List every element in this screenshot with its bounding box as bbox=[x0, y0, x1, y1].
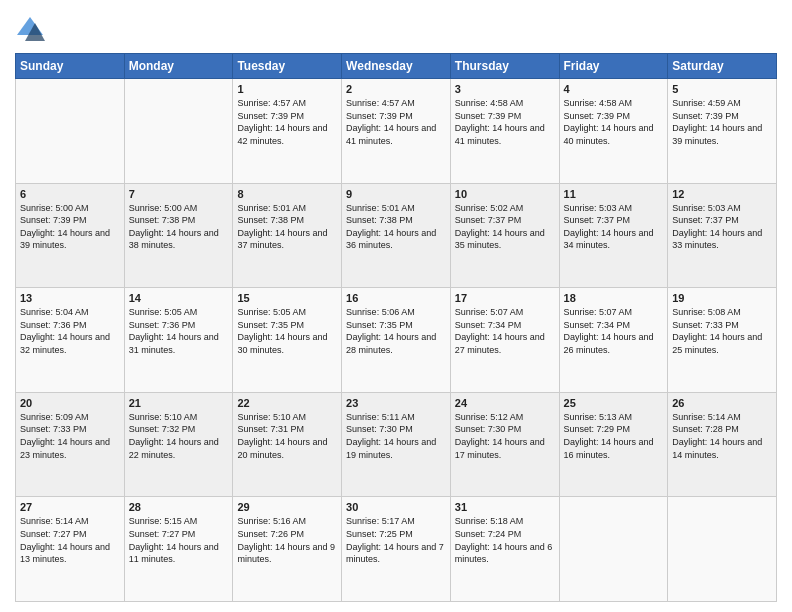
day-detail: Sunrise: 5:14 AM Sunset: 7:27 PM Dayligh… bbox=[20, 515, 120, 565]
calendar-week-5: 27Sunrise: 5:14 AM Sunset: 7:27 PM Dayli… bbox=[16, 497, 777, 602]
calendar-cell: 5Sunrise: 4:59 AM Sunset: 7:39 PM Daylig… bbox=[668, 79, 777, 184]
calendar-header-row: SundayMondayTuesdayWednesdayThursdayFrid… bbox=[16, 54, 777, 79]
day-detail: Sunrise: 5:03 AM Sunset: 7:37 PM Dayligh… bbox=[564, 202, 664, 252]
day-detail: Sunrise: 5:06 AM Sunset: 7:35 PM Dayligh… bbox=[346, 306, 446, 356]
calendar-table: SundayMondayTuesdayWednesdayThursdayFrid… bbox=[15, 53, 777, 602]
day-number: 22 bbox=[237, 397, 337, 409]
day-number: 26 bbox=[672, 397, 772, 409]
calendar-cell: 20Sunrise: 5:09 AM Sunset: 7:33 PM Dayli… bbox=[16, 392, 125, 497]
calendar-cell: 4Sunrise: 4:58 AM Sunset: 7:39 PM Daylig… bbox=[559, 79, 668, 184]
calendar-cell: 3Sunrise: 4:58 AM Sunset: 7:39 PM Daylig… bbox=[450, 79, 559, 184]
calendar-cell bbox=[16, 79, 125, 184]
day-detail: Sunrise: 5:04 AM Sunset: 7:36 PM Dayligh… bbox=[20, 306, 120, 356]
calendar-cell: 8Sunrise: 5:01 AM Sunset: 7:38 PM Daylig… bbox=[233, 183, 342, 288]
weekday-header-monday: Monday bbox=[124, 54, 233, 79]
calendar-week-4: 20Sunrise: 5:09 AM Sunset: 7:33 PM Dayli… bbox=[16, 392, 777, 497]
calendar-cell: 12Sunrise: 5:03 AM Sunset: 7:37 PM Dayli… bbox=[668, 183, 777, 288]
calendar-cell bbox=[668, 497, 777, 602]
day-number: 4 bbox=[564, 83, 664, 95]
calendar-cell: 7Sunrise: 5:00 AM Sunset: 7:38 PM Daylig… bbox=[124, 183, 233, 288]
day-detail: Sunrise: 5:09 AM Sunset: 7:33 PM Dayligh… bbox=[20, 411, 120, 461]
day-number: 17 bbox=[455, 292, 555, 304]
day-detail: Sunrise: 5:01 AM Sunset: 7:38 PM Dayligh… bbox=[346, 202, 446, 252]
logo-icon bbox=[15, 15, 45, 43]
day-number: 29 bbox=[237, 501, 337, 513]
day-number: 20 bbox=[20, 397, 120, 409]
day-detail: Sunrise: 5:01 AM Sunset: 7:38 PM Dayligh… bbox=[237, 202, 337, 252]
day-detail: Sunrise: 5:00 AM Sunset: 7:39 PM Dayligh… bbox=[20, 202, 120, 252]
calendar-cell: 9Sunrise: 5:01 AM Sunset: 7:38 PM Daylig… bbox=[342, 183, 451, 288]
day-detail: Sunrise: 5:07 AM Sunset: 7:34 PM Dayligh… bbox=[564, 306, 664, 356]
day-number: 31 bbox=[455, 501, 555, 513]
calendar-cell: 28Sunrise: 5:15 AM Sunset: 7:27 PM Dayli… bbox=[124, 497, 233, 602]
header bbox=[15, 15, 777, 43]
calendar-cell bbox=[124, 79, 233, 184]
day-number: 30 bbox=[346, 501, 446, 513]
day-detail: Sunrise: 4:58 AM Sunset: 7:39 PM Dayligh… bbox=[455, 97, 555, 147]
day-number: 2 bbox=[346, 83, 446, 95]
calendar-cell: 16Sunrise: 5:06 AM Sunset: 7:35 PM Dayli… bbox=[342, 288, 451, 393]
day-number: 3 bbox=[455, 83, 555, 95]
calendar-cell: 10Sunrise: 5:02 AM Sunset: 7:37 PM Dayli… bbox=[450, 183, 559, 288]
calendar-cell: 14Sunrise: 5:05 AM Sunset: 7:36 PM Dayli… bbox=[124, 288, 233, 393]
day-detail: Sunrise: 5:00 AM Sunset: 7:38 PM Dayligh… bbox=[129, 202, 229, 252]
day-number: 15 bbox=[237, 292, 337, 304]
calendar-cell: 6Sunrise: 5:00 AM Sunset: 7:39 PM Daylig… bbox=[16, 183, 125, 288]
calendar-cell: 13Sunrise: 5:04 AM Sunset: 7:36 PM Dayli… bbox=[16, 288, 125, 393]
weekday-header-thursday: Thursday bbox=[450, 54, 559, 79]
day-number: 13 bbox=[20, 292, 120, 304]
calendar-cell: 18Sunrise: 5:07 AM Sunset: 7:34 PM Dayli… bbox=[559, 288, 668, 393]
calendar-cell: 27Sunrise: 5:14 AM Sunset: 7:27 PM Dayli… bbox=[16, 497, 125, 602]
day-detail: Sunrise: 5:08 AM Sunset: 7:33 PM Dayligh… bbox=[672, 306, 772, 356]
day-number: 23 bbox=[346, 397, 446, 409]
calendar-cell: 22Sunrise: 5:10 AM Sunset: 7:31 PM Dayli… bbox=[233, 392, 342, 497]
calendar-cell: 23Sunrise: 5:11 AM Sunset: 7:30 PM Dayli… bbox=[342, 392, 451, 497]
weekday-header-wednesday: Wednesday bbox=[342, 54, 451, 79]
calendar-cell bbox=[559, 497, 668, 602]
calendar-cell: 25Sunrise: 5:13 AM Sunset: 7:29 PM Dayli… bbox=[559, 392, 668, 497]
calendar-cell: 31Sunrise: 5:18 AM Sunset: 7:24 PM Dayli… bbox=[450, 497, 559, 602]
day-detail: Sunrise: 5:17 AM Sunset: 7:25 PM Dayligh… bbox=[346, 515, 446, 565]
calendar-cell: 1Sunrise: 4:57 AM Sunset: 7:39 PM Daylig… bbox=[233, 79, 342, 184]
day-detail: Sunrise: 5:15 AM Sunset: 7:27 PM Dayligh… bbox=[129, 515, 229, 565]
day-number: 18 bbox=[564, 292, 664, 304]
day-number: 12 bbox=[672, 188, 772, 200]
day-number: 28 bbox=[129, 501, 229, 513]
day-detail: Sunrise: 5:16 AM Sunset: 7:26 PM Dayligh… bbox=[237, 515, 337, 565]
weekday-header-saturday: Saturday bbox=[668, 54, 777, 79]
day-detail: Sunrise: 5:18 AM Sunset: 7:24 PM Dayligh… bbox=[455, 515, 555, 565]
day-number: 16 bbox=[346, 292, 446, 304]
day-detail: Sunrise: 5:05 AM Sunset: 7:36 PM Dayligh… bbox=[129, 306, 229, 356]
day-detail: Sunrise: 5:10 AM Sunset: 7:32 PM Dayligh… bbox=[129, 411, 229, 461]
calendar-cell: 30Sunrise: 5:17 AM Sunset: 7:25 PM Dayli… bbox=[342, 497, 451, 602]
calendar-cell: 11Sunrise: 5:03 AM Sunset: 7:37 PM Dayli… bbox=[559, 183, 668, 288]
day-detail: Sunrise: 4:57 AM Sunset: 7:39 PM Dayligh… bbox=[346, 97, 446, 147]
calendar-cell: 21Sunrise: 5:10 AM Sunset: 7:32 PM Dayli… bbox=[124, 392, 233, 497]
day-number: 27 bbox=[20, 501, 120, 513]
calendar-cell: 26Sunrise: 5:14 AM Sunset: 7:28 PM Dayli… bbox=[668, 392, 777, 497]
calendar-week-2: 6Sunrise: 5:00 AM Sunset: 7:39 PM Daylig… bbox=[16, 183, 777, 288]
day-detail: Sunrise: 5:07 AM Sunset: 7:34 PM Dayligh… bbox=[455, 306, 555, 356]
day-detail: Sunrise: 5:10 AM Sunset: 7:31 PM Dayligh… bbox=[237, 411, 337, 461]
weekday-header-sunday: Sunday bbox=[16, 54, 125, 79]
weekday-header-friday: Friday bbox=[559, 54, 668, 79]
day-number: 19 bbox=[672, 292, 772, 304]
day-number: 14 bbox=[129, 292, 229, 304]
calendar-cell: 19Sunrise: 5:08 AM Sunset: 7:33 PM Dayli… bbox=[668, 288, 777, 393]
day-detail: Sunrise: 5:02 AM Sunset: 7:37 PM Dayligh… bbox=[455, 202, 555, 252]
day-number: 7 bbox=[129, 188, 229, 200]
calendar-week-3: 13Sunrise: 5:04 AM Sunset: 7:36 PM Dayli… bbox=[16, 288, 777, 393]
day-number: 11 bbox=[564, 188, 664, 200]
day-number: 1 bbox=[237, 83, 337, 95]
day-detail: Sunrise: 5:11 AM Sunset: 7:30 PM Dayligh… bbox=[346, 411, 446, 461]
day-detail: Sunrise: 4:58 AM Sunset: 7:39 PM Dayligh… bbox=[564, 97, 664, 147]
day-number: 24 bbox=[455, 397, 555, 409]
logo bbox=[15, 15, 47, 43]
day-number: 8 bbox=[237, 188, 337, 200]
day-detail: Sunrise: 5:13 AM Sunset: 7:29 PM Dayligh… bbox=[564, 411, 664, 461]
calendar-cell: 24Sunrise: 5:12 AM Sunset: 7:30 PM Dayli… bbox=[450, 392, 559, 497]
weekday-header-tuesday: Tuesday bbox=[233, 54, 342, 79]
day-number: 25 bbox=[564, 397, 664, 409]
page: SundayMondayTuesdayWednesdayThursdayFrid… bbox=[0, 0, 792, 612]
calendar-cell: 2Sunrise: 4:57 AM Sunset: 7:39 PM Daylig… bbox=[342, 79, 451, 184]
